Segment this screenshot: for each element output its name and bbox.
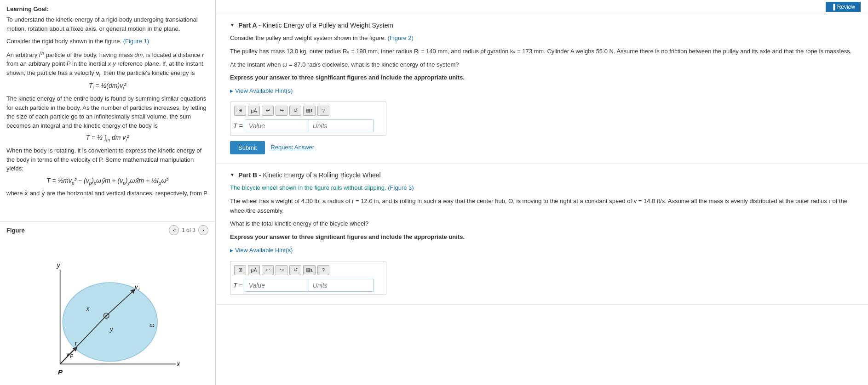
part-a-body: Consider the pulley and weight system sh… [230, 34, 854, 154]
part-b-toolbar-font-btn[interactable]: μÅ [248, 265, 260, 275]
svg-text:P: P [58, 368, 63, 376]
part-a-hint-link[interactable]: View Available Hint(s) [230, 86, 854, 96]
part-a-header: ▼ Part A - Kinetic Energy of a Pulley an… [230, 22, 854, 29]
grid-icon-b: ⊞ [238, 267, 242, 273]
svg-text:y: y [57, 262, 61, 269]
svg-text:v: v [66, 351, 69, 357]
part-a-value-input[interactable] [245, 119, 309, 132]
svg-text:x: x [176, 361, 180, 368]
part-b-input-row: T = [233, 279, 383, 292]
figure-svg: x y P r v P v i [6, 238, 208, 385]
figure-section: Figure ‹ 1 of 3 › x y P [0, 221, 215, 385]
part-a-toolbar-undo-btn[interactable]: ↩ [262, 106, 274, 116]
review-label: Review [837, 4, 855, 10]
undo-icon: ↩ [266, 108, 270, 113]
figure1-link[interactable]: (Figure 1) [123, 38, 149, 45]
part-a-toolbar-help-btn[interactable]: ? [317, 106, 329, 116]
part-a-intro: Consider the pulley and weight system sh… [230, 34, 854, 43]
part-b-collapse-btn[interactable]: ▼ [230, 172, 235, 177]
part-b-toolbar-undo-btn[interactable]: ↩ [262, 265, 274, 275]
part-a-t-label: T = [233, 121, 243, 131]
table-icon-b: ▦ [306, 267, 310, 273]
figure-nav: ‹ 1 of 3 › [169, 225, 208, 235]
part-a-toolbar-font-btn[interactable]: μÅ [248, 106, 260, 116]
para1: Consider the rigid body shown in the fig… [6, 37, 208, 46]
help-icon-b: ? [322, 267, 325, 273]
figure-image: x y P r v P v i [6, 238, 208, 385]
part-b-section: ▼ Part B - Kinetic Energy of a Rolling B… [216, 164, 868, 305]
part-b-answer-area: ⊞ μÅ ↩ ↪ ↺ ▦1 [230, 261, 386, 295]
part-a-title: Part A - Kinetic Energy of a Pulley and … [238, 22, 393, 29]
grid-icon: ⊞ [238, 108, 242, 113]
undo-icon-b: ↩ [266, 267, 270, 273]
svg-text:y: y [109, 326, 113, 333]
para3: The kinetic energy of the entire body is… [6, 94, 208, 130]
svg-text:i: i [138, 286, 140, 291]
part-b-toolbar-redo-btn[interactable]: ↪ [276, 265, 287, 275]
part-a-submit-btn[interactable]: Submit [230, 141, 265, 154]
part-a-toolbar-refresh-btn[interactable]: ↺ [289, 106, 301, 116]
refresh-icon-b: ↺ [293, 267, 298, 273]
part-a-toolbar-grid-btn[interactable]: ⊞ [234, 106, 246, 116]
part-b-units-input[interactable] [309, 279, 374, 292]
part-b-toolbar-table-btn[interactable]: ▦1 [303, 265, 316, 275]
formula3: T = ½mvp² − (vp)xωȳm + (vp)yωx̄m + ½Ipω² [6, 177, 208, 186]
part-b-intro: The bicycle wheel shown in the figure ro… [230, 183, 854, 193]
formula1: Ti = ½(dm)vi² [6, 82, 208, 91]
svg-text:P: P [70, 354, 73, 359]
font-icon: μÅ [251, 108, 257, 113]
table-icon: ▦ [306, 108, 310, 113]
learning-goal-title: Learning Goal: [6, 6, 208, 12]
part-b-value-input[interactable] [245, 279, 309, 292]
para2: An arbitrary ith particle of the body, h… [6, 50, 208, 79]
part-a-toolbar-table-btn[interactable]: ▦1 [303, 106, 316, 116]
help-icon: ? [322, 108, 325, 113]
part-b-question: What is the total kinetic energy of the … [230, 219, 854, 229]
part-b-figure-link[interactable]: (Figure 3) [388, 184, 414, 191]
part-b-toolbar: ⊞ μÅ ↩ ↪ ↺ ▦1 [233, 264, 383, 276]
svg-text:v: v [135, 284, 138, 290]
figure-page: 1 of 3 [182, 227, 195, 233]
para4: When the body is rotating, it is conveni… [6, 146, 208, 173]
part-a-input-row: T = [233, 119, 383, 132]
left-panel: Learning Goal: To understand the kinetic… [0, 0, 216, 385]
part-b-description: The wheel has a weight of 4.30 lb, a rad… [230, 197, 854, 216]
part-b-header: ▼ Part B - Kinetic Energy of a Rolling B… [230, 171, 854, 179]
figure-header: Figure ‹ 1 of 3 › [6, 225, 208, 235]
learning-goal-text: To understand the kinetic energy of a ri… [6, 15, 208, 33]
formula2: T = ½ ∫m dm vi² [6, 134, 208, 142]
redo-icon-b: ↪ [280, 267, 284, 273]
part-b-toolbar-grid-btn[interactable]: ⊞ [234, 265, 246, 275]
prev-figure-btn[interactable]: ‹ [169, 225, 179, 235]
part-a-description: The pulley has mass 13.0 kg, outer radiu… [230, 47, 854, 57]
part-a-collapse-btn[interactable]: ▼ [230, 23, 235, 28]
svg-point-4 [63, 283, 157, 361]
part-a-toolbar-redo-btn[interactable]: ↪ [276, 106, 287, 116]
part-b-body: The bicycle wheel shown in the figure ro… [230, 183, 854, 295]
review-button[interactable]: ▐ Review [826, 2, 861, 12]
part-a-instruction: Express your answer to three significant… [230, 73, 854, 83]
review-icon: ▐ [831, 4, 835, 10]
review-bar: ▐ Review [216, 0, 868, 14]
part-a-request-answer-link[interactable]: Request Answer [270, 143, 314, 153]
font-icon-b: μÅ [251, 267, 257, 273]
redo-icon: ↪ [280, 108, 284, 113]
part-b-hint-link[interactable]: View Available Hint(s) [230, 246, 854, 255]
refresh-icon: ↺ [293, 108, 298, 113]
part-a-units-input[interactable] [309, 119, 374, 132]
figure-title: Figure [6, 227, 25, 234]
right-panel: ▐ Review ▼ Part A - Kinetic Energy of a … [216, 0, 868, 385]
part-a-section: ▼ Part A - Kinetic Energy of a Pulley an… [216, 14, 868, 164]
para5: where x̄ and ȳ are the horizontal and ve… [6, 189, 208, 198]
part-a-toolbar: ⊞ μÅ ↩ ↪ ↺ ▦1 [233, 105, 383, 117]
part-b-toolbar-refresh-btn[interactable]: ↺ [289, 265, 301, 275]
part-a-action-row: Submit Request Answer [230, 141, 854, 154]
left-content: Learning Goal: To understand the kinetic… [0, 0, 215, 221]
svg-text:x: x [86, 306, 90, 312]
part-b-instruction: Express your answer to three significant… [230, 232, 854, 242]
svg-text:ω: ω [149, 322, 155, 328]
part-a-question: At the instant when ω = 87.0 rad/s clock… [230, 60, 854, 70]
next-figure-btn[interactable]: › [198, 225, 208, 235]
part-b-toolbar-help-btn[interactable]: ? [317, 265, 329, 275]
part-a-figure-link[interactable]: (Figure 2) [388, 34, 414, 41]
